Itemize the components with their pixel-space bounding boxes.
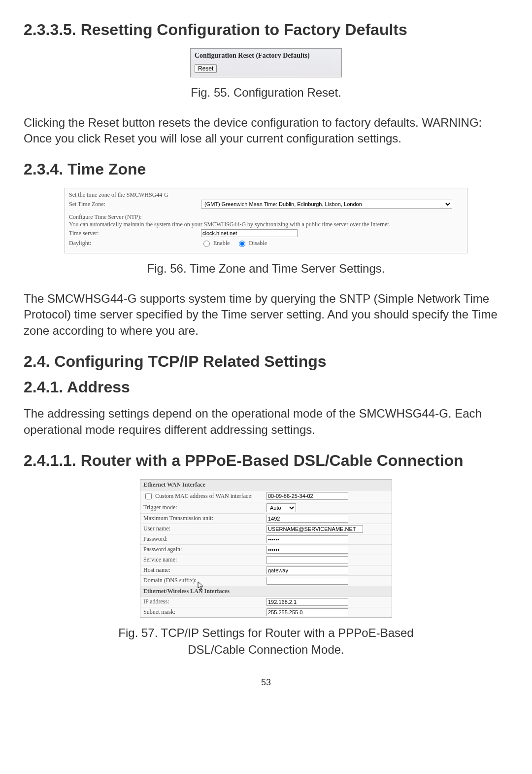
time-server-label: Time server: [69,230,201,237]
subnet-mask-input[interactable] [266,608,348,616]
daylight-enable-text: Enable [213,240,230,247]
dns-suffix-label: Domain (DNS suffix): [143,577,266,584]
heading-2-4: 2.4. Configuring TCP/IP Related Settings [24,352,508,371]
mtu-input[interactable] [266,515,348,523]
dns-suffix-input[interactable] [266,577,348,585]
service-name-label: Service name: [143,556,266,563]
ntp-heading: Configure Time Server (NTP): [69,213,463,221]
mtu-label: Maximum Transmission unit: [143,515,266,522]
daylight-enable-option[interactable]: Enable [201,239,230,247]
figure-57-panel: Ethernet WAN Interface Custom MAC addres… [140,479,392,618]
figure-55-caption: Fig. 55. Configuration Reset. [24,84,508,101]
time-server-input[interactable] [201,229,298,237]
timezone-select[interactable]: (GMT) Greenwich Mean Time: Dublin, Edinb… [201,200,452,209]
password-again-label: Password again: [143,546,266,553]
ntp-note: You can automatically maintain the syste… [69,221,463,228]
config-reset-panel: Configuration Reset (Factory Defaults) R… [190,48,342,77]
set-timezone-label: Set Time Zone: [69,201,201,208]
trigger-mode-select[interactable]: Auto [266,503,296,512]
daylight-disable-radio[interactable] [239,241,245,247]
paragraph-address: The addressing settings depend on the op… [24,406,508,438]
figure-55: Configuration Reset (Factory Defaults) R… [24,48,508,101]
daylight-label: Daylight: [69,240,201,247]
paragraph-reset-warning: Clicking the Reset button resets the dev… [24,115,508,147]
username-input[interactable] [266,525,363,533]
heading-2-3-4: 2.3.4. Time Zone [24,159,508,179]
host-name-input[interactable] [266,566,348,574]
figure-56-intro: Set the time zone of the SMCWHSG44-G [69,191,463,199]
svg-marker-0 [198,582,203,590]
document-page: 2.3.3.5. Resetting Configuration to Fact… [0,0,532,707]
paragraph-timezone: The SMCWHSG44-G supports system time by … [24,291,508,339]
wan-interface-header: Ethernet WAN Interface [140,480,392,490]
heading-2-4-1-1: 2.4.1.1. Router with a PPPoE-Based DSL/C… [24,451,508,470]
figure-57-caption: Fig. 57. TCP/IP Settings for Router with… [24,625,508,658]
figure-56-panel: Set the time zone of the SMCWHSG44-G Set… [65,188,467,253]
subnet-mask-label: Subnet mask: [143,608,266,616]
lan-interface-header: Ethernet/Wireless LAN Interfaces [140,586,392,597]
username-label: User name: [143,525,266,532]
service-name-input[interactable] [266,556,348,564]
password-label: Password: [143,535,266,543]
custom-mac-input[interactable] [266,492,348,500]
ip-address-label: IP address: [143,598,266,605]
heading-2-3-3-5: 2.3.3.5. Resetting Configuration to Fact… [24,20,508,39]
password-again-input[interactable] [266,546,348,554]
password-input[interactable] [266,535,348,543]
daylight-enable-radio[interactable] [203,241,210,247]
custom-mac-checkbox[interactable] [145,493,152,499]
reset-button[interactable]: Reset [195,64,217,73]
custom-mac-label: Custom MAC address of WAN interface: [155,493,253,500]
trigger-mode-label: Trigger mode: [143,504,266,511]
heading-2-4-1: 2.4.1. Address [24,377,508,397]
daylight-disable-text: Disable [249,240,267,247]
host-name-label: Host name: [143,566,266,574]
page-number: 53 [24,677,508,688]
ip-address-input[interactable] [266,598,348,606]
config-reset-title: Configuration Reset (Factory Defaults) [195,52,337,60]
daylight-disable-option[interactable]: Disable [236,239,267,247]
figure-56-caption: Fig. 56. Time Zone and Time Server Setti… [24,260,508,277]
